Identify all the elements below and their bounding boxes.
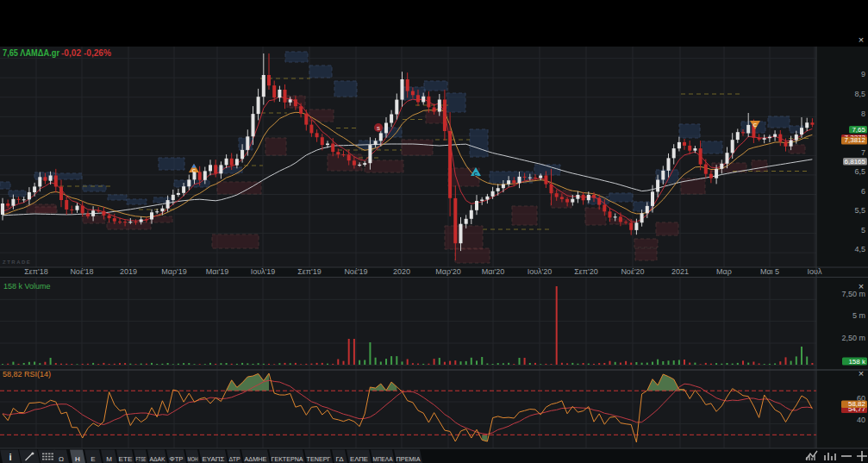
svg-text:40: 40 bbox=[857, 416, 865, 424]
svg-text:Ιουλ: Ιουλ bbox=[808, 267, 822, 276]
svg-text:C: C bbox=[753, 122, 758, 128]
svg-text:ΜΠΕΛΑ: ΜΠΕΛΑ bbox=[373, 455, 394, 463]
svg-text:158 k Volume: 158 k Volume bbox=[3, 282, 51, 291]
svg-text:Μαρ'20: Μαρ'20 bbox=[435, 267, 461, 276]
svg-text:C: C bbox=[474, 172, 478, 177]
svg-text:5,5: 5,5 bbox=[854, 206, 865, 215]
svg-text:Νοέ'20: Νοέ'20 bbox=[621, 267, 644, 276]
svg-text:7,3812: 7,3812 bbox=[845, 136, 866, 144]
svg-text:×: × bbox=[859, 34, 864, 45]
svg-text:Ιουλ'19: Ιουλ'19 bbox=[251, 267, 276, 276]
svg-text:i: i bbox=[9, 452, 11, 462]
svg-text:9: 9 bbox=[861, 70, 865, 78]
svg-text:Σεπ'20: Σεπ'20 bbox=[574, 267, 598, 276]
svg-text:ZTRADE: ZTRADE bbox=[3, 260, 31, 265]
svg-text:6,5: 6,5 bbox=[854, 167, 865, 176]
svg-text:ΑΔΑΚ: ΑΔΑΚ bbox=[150, 455, 166, 463]
svg-text:58,82 RSI(14): 58,82 RSI(14) bbox=[3, 370, 51, 379]
svg-text:S: S bbox=[377, 126, 380, 131]
svg-text:ΓΕΚΤΕΡΝΑ: ΓΕΚΤΕΡΝΑ bbox=[272, 455, 304, 463]
svg-text:ΤΕΝΕΡΓ: ΤΕΝΕΡΓ bbox=[307, 455, 332, 463]
svg-text:-0,02 -0,26%: -0,02 -0,26% bbox=[61, 48, 111, 58]
svg-text:5 m: 5 m bbox=[852, 311, 865, 320]
svg-text:5: 5 bbox=[861, 226, 865, 235]
svg-text:6,8165: 6,8165 bbox=[845, 158, 866, 166]
svg-text:H: H bbox=[75, 455, 80, 463]
svg-text:7,65: 7,65 bbox=[852, 126, 865, 134]
svg-text:ΕΛΠΕ: ΕΛΠΕ bbox=[350, 455, 368, 463]
svg-text:Μαι'19: Μαι'19 bbox=[206, 267, 228, 276]
svg-text:Μαι 5: Μαι 5 bbox=[760, 267, 779, 276]
svg-text:C: C bbox=[192, 168, 197, 173]
svg-text:6: 6 bbox=[861, 187, 865, 196]
svg-text:Ιουλ'20: Ιουλ'20 bbox=[528, 267, 553, 276]
svg-text:Μαρ'19: Μαρ'19 bbox=[161, 267, 187, 276]
svg-text:Σεπ'18: Σεπ'18 bbox=[24, 267, 48, 276]
svg-text:ΑΔΜΗΕ: ΑΔΜΗΕ bbox=[245, 455, 267, 463]
svg-text:Νοέ'18: Νοέ'18 bbox=[70, 267, 93, 276]
svg-text:M: M bbox=[106, 455, 112, 463]
svg-text:ΕΥΑΠΣ: ΕΥΑΠΣ bbox=[203, 455, 225, 463]
svg-text:FTSE: FTSE bbox=[136, 455, 147, 463]
svg-text:Νοέ'19: Νοέ'19 bbox=[344, 267, 367, 276]
svg-text:Σεπ'19: Σεπ'19 bbox=[297, 267, 322, 276]
svg-text:2021: 2021 bbox=[671, 267, 689, 276]
svg-text:4,5: 4,5 bbox=[854, 245, 865, 253]
svg-text:×: × bbox=[859, 281, 864, 291]
svg-text:E: E bbox=[91, 455, 95, 463]
svg-text:ΔΤΡ: ΔΤΡ bbox=[229, 455, 240, 463]
svg-text:Μαρ: Μαρ bbox=[716, 267, 732, 276]
svg-text:58,82: 58,82 bbox=[848, 400, 866, 408]
svg-text:7,65 ΛΑΜΔΑ.gr: 7,65 ΛΑΜΔΑ.gr bbox=[3, 48, 59, 58]
svg-text:ΦΤΡ: ΦΤΡ bbox=[170, 455, 184, 463]
svg-text:ΜΟΗ: ΜΟΗ bbox=[188, 455, 198, 463]
svg-text:ΓΔ: ΓΔ bbox=[335, 455, 344, 463]
svg-text:7: 7 bbox=[861, 148, 865, 157]
svg-text:Ω: Ω bbox=[59, 455, 64, 463]
svg-text:2,50 m: 2,50 m bbox=[841, 334, 865, 342]
svg-text:2020: 2020 bbox=[393, 267, 410, 276]
svg-text:ΕΤΕ: ΕΤΕ bbox=[119, 455, 133, 463]
svg-text:8: 8 bbox=[861, 109, 865, 118]
svg-text:158 k: 158 k bbox=[848, 358, 866, 366]
svg-text:Μαι'20: Μαι'20 bbox=[482, 267, 504, 276]
svg-text:8,5: 8,5 bbox=[854, 90, 865, 98]
svg-text:2019: 2019 bbox=[120, 267, 137, 276]
svg-text:ΠΡΕΜΙΑ: ΠΡΕΜΙΑ bbox=[397, 455, 422, 463]
svg-text:×: × bbox=[859, 368, 864, 379]
